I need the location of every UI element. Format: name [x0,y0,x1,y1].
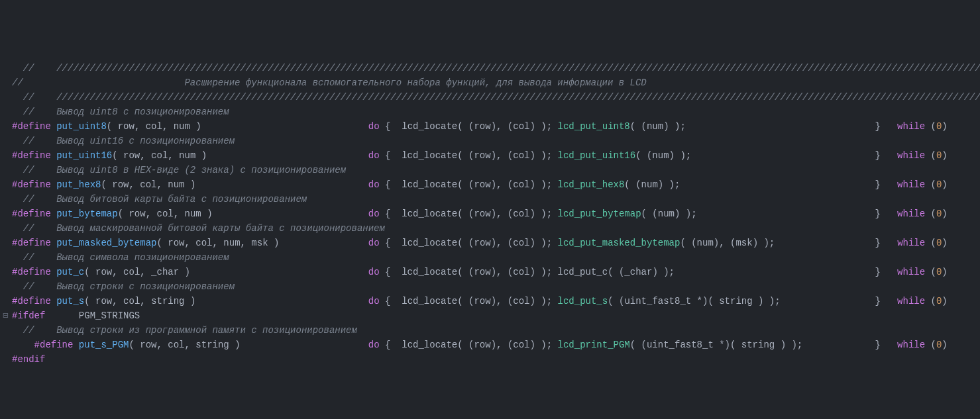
ifdef-line: ⊟#ifdef PGM_STRINGS [3,308,980,323]
comment-line: // Расширение функционала вспомогательно… [3,75,980,90]
comment-line: // Вывод uint16 с позиционированием [3,134,980,148]
comment-line: // Вывод символа позиционированием [3,250,980,265]
define-line: #define put_s_PGM( row, col, string ) do… [3,338,980,352]
comment-line: // Вывод маскированной битовой карты бай… [3,221,980,236]
endif-line: #endif [3,352,980,367]
fold-icon[interactable]: ⊟ [3,310,8,321]
comment-line: // Вывод строки с позиционированием [3,279,980,294]
define-line: #define put_hex8( row, col, num ) do { l… [3,177,980,192]
comment-line: // Вывод битовой карты байта с позициони… [3,192,980,207]
define-line: #define put_uint8( row, col, num ) do { … [3,119,980,134]
code-editor[interactable]: // /////////////////////////////////////… [3,61,980,367]
define-line: #define put_c( row, col, _char ) do { lc… [3,265,980,279]
define-line: #define put_uint16( row, col, num ) do {… [3,148,980,163]
comment-line: // Вывод uint8 с позиционированием [3,105,980,119]
comment-line: // Вывод строки из программной памяти с … [3,323,980,338]
define-line: #define put_bytemap( row, col, num ) do … [3,207,980,221]
define-line: #define put_masked_bytemap( row, col, nu… [3,236,980,250]
comment-line: // /////////////////////////////////////… [3,90,980,105]
comment-line: // /////////////////////////////////////… [3,61,980,75]
comment-line: // Вывод uint8 в HEX-виде (2 знака) с по… [3,163,980,177]
define-line: #define put_s( row, col, string ) do { l… [3,294,980,308]
